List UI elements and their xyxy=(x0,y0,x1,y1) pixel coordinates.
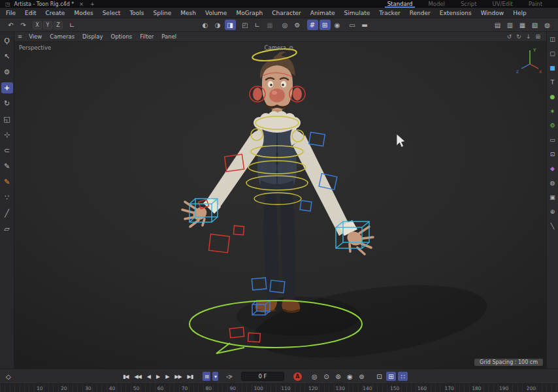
keyframe-mode-icon[interactable]: ⊞ xyxy=(203,372,210,381)
prev-frame-button[interactable]: ◀ xyxy=(145,372,152,381)
deformer-object-icon[interactable]: ⚙ xyxy=(548,121,557,130)
subdivision-surface-icon[interactable]: ● xyxy=(548,92,557,101)
camera-object-icon[interactable]: ▣ xyxy=(548,193,557,202)
zoom-tool-icon[interactable]: Ϙ xyxy=(1,35,13,46)
record-parameter-icon[interactable]: ◉ xyxy=(345,372,355,381)
axis-lock-icon[interactable]: ∟ xyxy=(252,20,263,30)
spline-object-icon[interactable]: ◆ xyxy=(548,164,557,173)
sketch-pen-icon[interactable]: ✎ xyxy=(1,176,13,188)
picture-viewer-icon[interactable]: ▥ xyxy=(504,20,516,30)
layout-tab-standard[interactable]: Standard xyxy=(386,0,414,8)
field-object-icon[interactable]: ⊡ xyxy=(548,150,557,159)
prev-key-button[interactable]: ◀◀ xyxy=(133,372,143,381)
sound-toggle-icon[interactable]: ◁» xyxy=(226,374,232,380)
document-tab-close-icon[interactable]: × xyxy=(78,1,85,7)
camera-settings-icon[interactable]: ⚙ xyxy=(289,45,293,51)
solo-mode-icon[interactable]: ◎ xyxy=(280,20,291,30)
snap-keys-icon[interactable]: ⊞ xyxy=(386,372,396,381)
menu-item[interactable]: Tracker xyxy=(374,10,404,16)
team-render-icon[interactable]: ◍ xyxy=(542,20,553,30)
new-document-tab-button[interactable]: + xyxy=(89,1,96,7)
primitive-cube-icon[interactable]: ■ xyxy=(548,63,557,73)
menu-item[interactable]: Edit xyxy=(20,10,41,16)
view-minimize-icon[interactable]: ↓ xyxy=(526,33,531,40)
keyframe-selection-icon[interactable]: ⊡ xyxy=(374,372,384,381)
layout-tab-script[interactable]: Script xyxy=(459,0,478,8)
redo-icon[interactable]: ↷ xyxy=(18,20,29,30)
menu-item[interactable]: Spline xyxy=(149,10,176,16)
record-pla-icon[interactable]: ⊚ xyxy=(357,372,367,381)
capsule-solid-icon[interactable]: ▬ xyxy=(359,20,370,30)
viewport-menu-item[interactable]: Display xyxy=(78,33,107,40)
axis-center-icon[interactable]: ⊕ xyxy=(548,207,557,216)
layout-tab-model[interactable]: Model xyxy=(427,0,446,8)
workplane-icon[interactable]: ▦ xyxy=(265,20,276,30)
brush-tool-icon[interactable]: ╱ xyxy=(1,208,13,219)
render-queue-icon[interactable]: ▤ xyxy=(492,20,503,30)
text-object-icon[interactable]: T xyxy=(548,78,557,87)
gravity-tool-icon[interactable]: ⚙ xyxy=(292,20,303,30)
record-position-icon[interactable]: ◎ xyxy=(310,372,320,381)
snap-toggle-icon[interactable]: # xyxy=(307,20,318,30)
view-history-forward-icon[interactable]: ↻ xyxy=(516,33,521,40)
timeline-manager-icon[interactable]: ▧ xyxy=(529,20,540,30)
document-tab-title[interactable]: Artista - Toon Rig.c4d * xyxy=(14,1,74,7)
capsule-outline-icon[interactable]: ▭ xyxy=(347,20,358,30)
render-view-icon[interactable]: ◐ xyxy=(200,20,211,30)
menu-item[interactable]: Create xyxy=(41,10,70,16)
viewport-menu-item[interactable]: Panel xyxy=(157,33,180,40)
goto-end-button[interactable]: ▶▮ xyxy=(186,372,195,381)
viewport-menu-item[interactable]: Cameras xyxy=(46,33,78,40)
menu-item[interactable]: Character xyxy=(267,10,305,16)
tool-settings-icon[interactable]: ⚙ xyxy=(1,67,13,78)
view-history-back-icon[interactable]: ↺ xyxy=(507,33,512,40)
viewport-menu-item[interactable]: View xyxy=(25,33,46,40)
capsule-object-icon[interactable]: ▭ xyxy=(548,135,557,144)
viewport-canvas[interactable]: Y X Z xyxy=(14,42,546,368)
viewport-menu-item[interactable]: Options xyxy=(107,33,136,40)
menu-item[interactable]: MoGraph xyxy=(231,10,267,16)
viewport-view-label[interactable]: Perspective xyxy=(19,44,51,51)
view-layout-icon[interactable]: ⊞ xyxy=(535,33,540,40)
menu-item[interactable]: Help xyxy=(508,10,531,16)
record-rotation-icon[interactable]: ⊛ xyxy=(333,372,343,381)
viewport-3d[interactable]: Y X Z Perspective Camera ⚙ Grid Spacing … xyxy=(14,42,546,368)
selection-tool-icon[interactable]: ↖ xyxy=(1,51,13,62)
axis-x-button[interactable]: X xyxy=(33,21,42,29)
menu-item[interactable]: Select xyxy=(98,10,125,16)
goto-start-button[interactable]: ▮◀ xyxy=(121,372,131,381)
render-picture-viewer-icon[interactable]: ◑ xyxy=(212,20,223,30)
autokey-record-button[interactable]: A xyxy=(293,372,302,381)
menu-item[interactable]: Modes xyxy=(69,10,97,16)
menu-item[interactable]: Extensions xyxy=(435,10,476,16)
grid-snap-icon[interactable]: ⊞ xyxy=(320,20,331,30)
coordinate-system-icon[interactable]: ∟ xyxy=(67,20,78,30)
scale-tool-icon[interactable]: ◱ xyxy=(1,114,13,125)
render-settings-icon[interactable]: ◨ xyxy=(225,20,236,30)
menu-item[interactable]: Window xyxy=(476,10,509,16)
viewport-menu-icon[interactable]: ≡ xyxy=(18,33,22,40)
layout-tab-paint[interactable]: Paint xyxy=(527,0,544,8)
next-key-button[interactable]: ▶▶ xyxy=(172,372,183,381)
scatter-tool-icon[interactable]: ∵ xyxy=(1,192,13,203)
layout-tab-uvedit[interactable]: UV/Edit xyxy=(491,0,514,8)
eraser-tool-icon[interactable]: ▱ xyxy=(1,223,13,235)
menu-item[interactable]: Tools xyxy=(125,10,148,16)
menu-item[interactable]: Simulate xyxy=(339,10,374,16)
menu-item[interactable]: Volume xyxy=(201,10,231,16)
shape-rect-icon[interactable]: ▢ xyxy=(548,49,557,58)
current-frame-field[interactable]: 0 F xyxy=(241,372,284,381)
keyframe-marker-icon[interactable]: ◇ xyxy=(6,373,11,380)
axis-y-button[interactable]: Y xyxy=(43,21,52,29)
next-frame-button[interactable]: ▶ xyxy=(163,372,171,381)
workplane-mode-icon[interactable]: ◉ xyxy=(332,20,343,30)
viewport-camera-label[interactable]: Camera ⚙ xyxy=(265,44,294,51)
menu-item[interactable]: Render xyxy=(405,10,435,16)
undo-icon[interactable]: ↶ xyxy=(5,20,16,30)
play-button[interactable]: ▶ xyxy=(154,372,161,381)
quantize-keys-icon[interactable]: ∷ xyxy=(398,372,408,381)
material-manager-icon[interactable]: ▦ xyxy=(517,20,528,30)
menu-item[interactable]: File xyxy=(1,10,20,16)
menu-item[interactable]: Animate xyxy=(306,10,340,16)
axis-edit-icon[interactable]: ⊹ xyxy=(1,129,13,140)
